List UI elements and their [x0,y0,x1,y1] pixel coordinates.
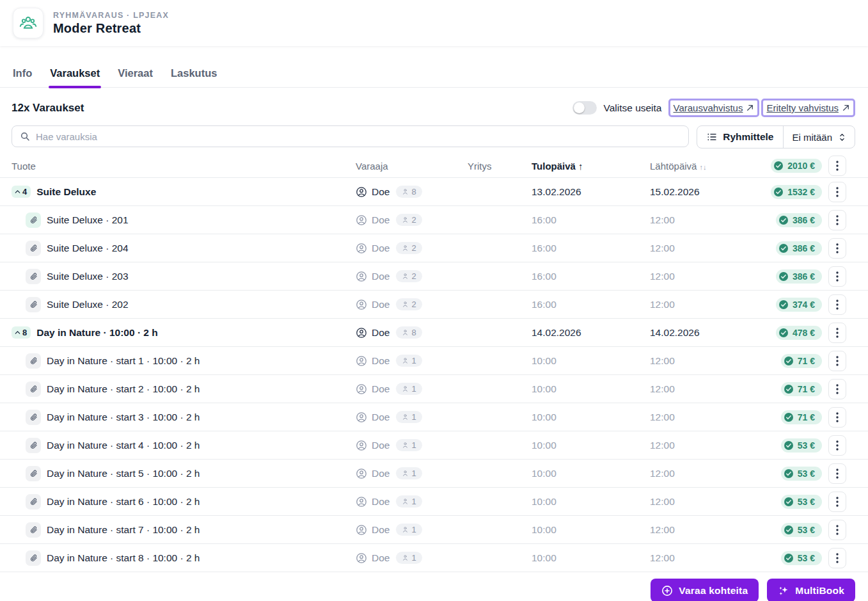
table-menu-button[interactable] [828,156,846,176]
person-icon [402,188,409,195]
check-circle-icon [778,243,789,253]
check-circle-icon [784,440,794,451]
departure-value: 12:00 [650,214,765,226]
person-circle-icon [356,327,367,339]
product-title: Day in Nature · start 3 · 10:00 · 2 h [47,412,200,423]
arrival-value: 13.02.2026 [532,186,650,198]
row-menu-button[interactable] [828,266,846,287]
confirmation-link-1[interactable]: Varausvahvistus [674,102,755,113]
reservation-row[interactable]: Suite Deluxe · 203 Doe 2 16:00 12:00 [0,262,868,291]
person-icon [402,329,409,336]
group-by-select[interactable]: Ei mitään [784,126,855,148]
price-badge: 1532 € [771,185,822,199]
reservation-row[interactable]: 4 Suite Deluxe Doe 8 13.02.2026 15.02.20… [0,178,868,206]
person-icon [402,554,409,561]
row-menu-button[interactable] [828,182,846,202]
reservation-row[interactable]: Day in Nature · start 1 · 10:00 · 2 h Do… [0,347,868,375]
group-people-icon [19,15,38,31]
group-count-badge[interactable]: 8 [12,326,31,339]
col-header-booker[interactable]: Varaaja [356,161,468,172]
row-menu-button[interactable] [828,520,846,540]
row-menu-button[interactable] [828,407,846,428]
reservation-row[interactable]: 8 Day in Nature · 10:00 · 2 h Doe 8 14.0… [0,319,868,347]
row-menu-button[interactable] [828,492,846,512]
person-circle-icon [356,355,367,367]
guest-count-badge: 2 [396,270,422,282]
confirmation-link-2[interactable]: Eritelty vahvistus [766,102,850,113]
product-title: Day in Nature · start 4 · 10:00 · 2 h [47,440,200,451]
col-header-product[interactable]: Tuote [12,161,356,172]
price-value: 386 € [793,215,815,225]
price-value: 386 € [793,271,815,282]
check-circle-icon [773,161,784,171]
booker-name: Doe [372,524,390,536]
col-header-arrival[interactable]: Tulopäivä ↑ [532,161,650,172]
linked-reservation-icon [26,550,41,566]
reservation-row[interactable]: Day in Nature · start 6 · 10:00 · 2 h Do… [0,488,868,516]
guest-count-badge: 1 [396,495,422,508]
booker-name: Doe [372,552,390,564]
chevron-up-icon [14,188,21,195]
row-menu-button[interactable] [828,548,846,568]
departure-value: 12:00 [650,440,765,451]
multibook-button[interactable]: MultiBook [767,579,855,601]
guest-count-badge: 1 [396,355,422,367]
reservation-row[interactable]: Day in Nature · start 2 · 10:00 · 2 h Do… [0,375,868,403]
row-menu-button[interactable] [828,294,846,315]
price-badge: 478 € [776,326,822,340]
guest-count: 2 [411,300,416,309]
reservation-row[interactable]: Suite Deluxe · 201 Doe 2 16:00 12:00 [0,206,868,234]
reservation-row[interactable]: Day in Nature · start 5 · 10:00 · 2 h Do… [0,460,868,488]
reservation-row[interactable]: Suite Deluxe · 204 Doe 2 16:00 12:00 [0,234,868,262]
person-circle-icon [356,468,367,479]
reservation-row[interactable]: Day in Nature · start 3 · 10:00 · 2 h Do… [0,403,868,431]
reservation-row[interactable]: Day in Nature · start 7 · 10:00 · 2 h Do… [0,516,868,544]
person-circle-icon [356,412,367,423]
price-value: 374 € [793,300,815,310]
row-menu-button[interactable] [828,379,846,399]
guest-count: 1 [411,525,416,534]
arrival-value: 16:00 [532,243,650,254]
row-menu-button[interactable] [828,323,846,343]
departure-value: 12:00 [650,243,765,254]
product-title: Suite Deluxe · 204 [47,243,129,254]
row-menu-button[interactable] [828,463,846,484]
multi-select-toggle[interactable] [572,101,597,115]
reservation-row[interactable]: Day in Nature · start 8 · 10:00 · 2 h Do… [0,544,868,572]
list-icon [707,132,717,142]
book-items-button[interactable]: Varaa kohteita [651,579,759,601]
group-by-button[interactable]: Ryhmittele [697,126,783,148]
reservation-row[interactable]: Day in Nature · start 4 · 10:00 · 2 h Do… [0,431,868,460]
reservation-row[interactable]: Suite Deluxe · 202 Doe 2 16:00 12:00 [0,291,868,319]
highlight-box: Eritelty vahvistus [761,99,855,117]
guest-count-badge: 1 [396,383,422,395]
guest-count: 2 [411,271,416,281]
check-circle-icon [784,553,794,563]
arrival-value: 10:00 [532,468,650,479]
col-header-company[interactable]: Yritys [468,161,532,172]
row-menu-button[interactable] [828,238,846,259]
group-count-badge[interactable]: 4 [12,186,31,198]
person-icon [402,413,409,421]
product-title: Day in Nature · start 2 · 10:00 · 2 h [47,383,200,395]
sparkles-icon [778,585,789,597]
guest-count-badge: 1 [396,467,422,479]
price-value: 53 € [798,553,815,563]
tab-laskutus[interactable]: Laskutus [171,63,217,87]
search-input[interactable] [36,131,681,142]
tab-bar: InfoVarauksetVieraatLaskutus [0,63,868,88]
row-menu-button[interactable] [828,435,846,456]
toggle-knob [574,102,585,113]
tab-varaukset[interactable]: Varaukset [50,63,100,87]
person-icon [402,470,409,477]
product-title: Day in Nature · start 5 · 10:00 · 2 h [47,468,200,479]
person-icon [402,301,409,308]
row-menu-button[interactable] [828,210,846,230]
tab-vieraat[interactable]: Vieraat [118,63,153,87]
departure-value: 12:00 [650,383,765,395]
row-menu-button[interactable] [828,351,846,371]
tab-info[interactable]: Info [13,63,32,87]
price-value: 71 € [798,412,815,422]
col-header-departure[interactable]: Lähtöpäivä ↑↓ [650,161,765,172]
person-circle-icon [356,243,367,254]
